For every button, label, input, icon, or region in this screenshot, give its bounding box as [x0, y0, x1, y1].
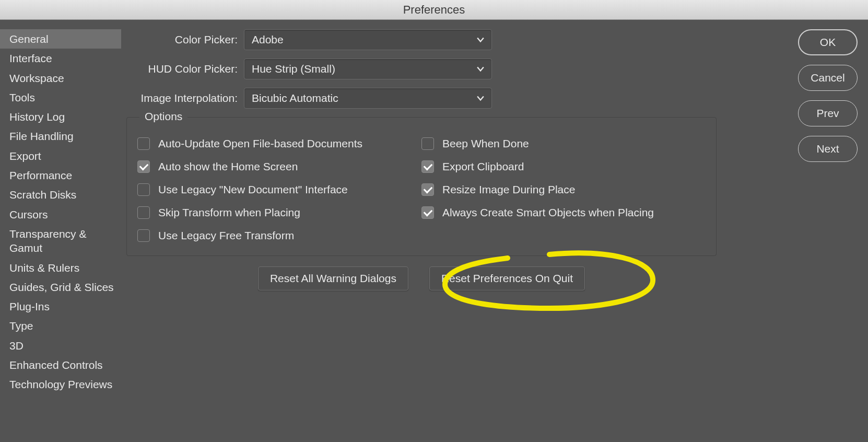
- checkbox-icon: [137, 137, 150, 150]
- checkbox-icon: [421, 160, 434, 173]
- next-button[interactable]: Next: [798, 136, 858, 162]
- option-skip-transform-when-placing[interactable]: Skip Transform when Placing: [137, 201, 421, 224]
- option-label: Auto show the Home Screen: [158, 160, 298, 173]
- sidebar-item-interface[interactable]: Interface: [0, 49, 121, 68]
- sidebar-item-workspace[interactable]: Workspace: [0, 68, 121, 88]
- preferences-panel: Color Picker: Adobe HUD Color Picker: Hu…: [121, 20, 784, 442]
- image-interpolation-select[interactable]: Bicubic Automatic: [244, 88, 492, 109]
- options-group: Options Auto-Update Open File-based Docu…: [126, 117, 717, 256]
- option-export-clipboard[interactable]: Export Clipboard: [421, 155, 706, 178]
- checkbox-icon: [137, 229, 150, 242]
- hud-color-picker-value: Hue Strip (Small): [252, 63, 335, 75]
- sidebar-item-technology-previews[interactable]: Technology Previews: [0, 375, 121, 394]
- option-auto-show-the-home-screen[interactable]: Auto show the Home Screen: [137, 155, 421, 178]
- option-auto-update-open-file-based-documents[interactable]: Auto-Update Open File-based Documents: [137, 132, 421, 155]
- option-label: Resize Image During Place: [442, 183, 575, 196]
- sidebar-item-history-log[interactable]: History Log: [0, 107, 121, 126]
- chevron-down-icon: [477, 65, 484, 73]
- sidebar-item-units-rulers[interactable]: Units & Rulers: [0, 258, 121, 277]
- sidebar-item-guides-grid-slices[interactable]: Guides, Grid & Slices: [0, 277, 121, 297]
- chevron-down-icon: [477, 95, 484, 102]
- option-use-legacy-new-document-interface[interactable]: Use Legacy "New Document" Interface: [137, 178, 421, 201]
- sidebar-item-tools[interactable]: Tools: [0, 88, 121, 107]
- dialog-actions: OK Cancel Prev Next: [784, 20, 868, 442]
- image-interpolation-label: Image Interpolation:: [126, 92, 244, 104]
- option-label: Auto-Update Open File-based Documents: [158, 137, 362, 150]
- chevron-down-icon: [477, 36, 484, 43]
- checkbox-icon: [137, 183, 150, 196]
- checkbox-icon: [137, 206, 150, 219]
- sidebar-item-export[interactable]: Export: [0, 146, 121, 166]
- image-interpolation-value: Bicubic Automatic: [252, 92, 338, 104]
- option-use-legacy-free-transform[interactable]: Use Legacy Free Transform: [137, 224, 421, 247]
- option-resize-image-during-place[interactable]: Resize Image During Place: [421, 178, 706, 201]
- option-label: Always Create Smart Objects when Placing: [442, 206, 654, 219]
- option-label: Use Legacy "New Document" Interface: [158, 183, 348, 196]
- hud-color-picker-label: HUD Color Picker:: [126, 63, 244, 75]
- sidebar-item-type[interactable]: Type: [0, 316, 121, 335]
- checkbox-icon: [421, 206, 434, 219]
- option-beep-when-done[interactable]: Beep When Done: [421, 132, 706, 155]
- sidebar-item-performance[interactable]: Performance: [0, 166, 121, 185]
- option-label: Beep When Done: [442, 137, 529, 150]
- sidebar-item-general[interactable]: General: [0, 29, 121, 49]
- option-label: Export Clipboard: [442, 160, 524, 173]
- option-label: Use Legacy Free Transform: [158, 229, 294, 242]
- option-always-create-smart-objects-when-placing[interactable]: Always Create Smart Objects when Placing: [421, 201, 706, 224]
- checkbox-icon: [137, 160, 150, 173]
- options-legend: Options: [139, 110, 187, 123]
- reset-preferences-on-quit-button[interactable]: Reset Preferences On Quit: [429, 266, 585, 290]
- ok-button[interactable]: OK: [798, 29, 858, 55]
- sidebar-item-3d[interactable]: 3D: [0, 336, 121, 355]
- hud-color-picker-select[interactable]: Hue Strip (Small): [244, 59, 492, 79]
- sidebar-item-scratch-disks[interactable]: Scratch Disks: [0, 185, 121, 204]
- reset-warning-dialogs-button[interactable]: Reset All Warning Dialogs: [258, 266, 408, 290]
- color-picker-label: Color Picker:: [126, 33, 244, 46]
- prev-button[interactable]: Prev: [798, 100, 858, 126]
- cancel-button[interactable]: Cancel: [798, 65, 858, 91]
- checkbox-icon: [421, 183, 434, 196]
- sidebar-item-cursors[interactable]: Cursors: [0, 205, 121, 224]
- color-picker-value: Adobe: [252, 33, 284, 46]
- category-sidebar: GeneralInterfaceWorkspaceToolsHistory Lo…: [0, 20, 121, 442]
- sidebar-item-file-handling[interactable]: File Handling: [0, 126, 121, 146]
- checkbox-icon: [421, 137, 434, 150]
- window-title: Preferences: [403, 3, 465, 17]
- color-picker-select[interactable]: Adobe: [244, 29, 492, 50]
- window-titlebar: Preferences: [0, 0, 868, 20]
- option-label: Skip Transform when Placing: [158, 206, 300, 219]
- sidebar-item-enhanced-controls[interactable]: Enhanced Controls: [0, 355, 121, 375]
- sidebar-item-transparency-gamut[interactable]: Transparency & Gamut: [0, 224, 121, 258]
- sidebar-item-plug-ins[interactable]: Plug-Ins: [0, 297, 121, 316]
